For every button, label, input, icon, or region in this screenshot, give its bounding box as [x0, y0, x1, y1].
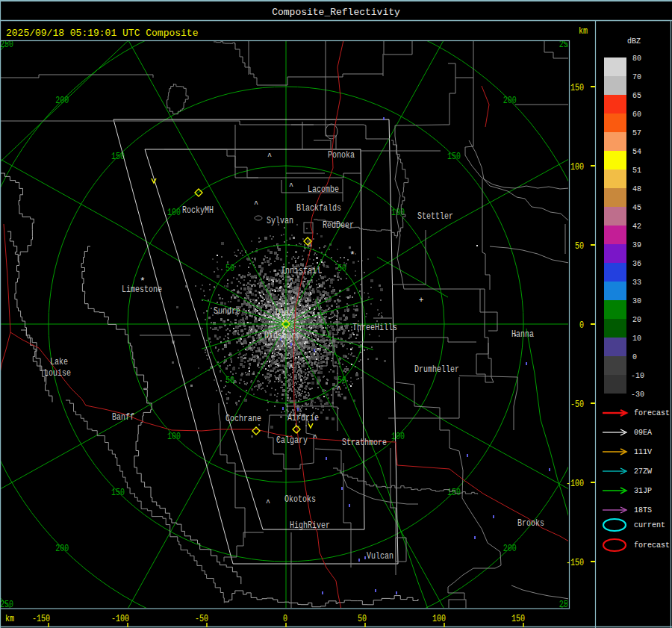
svg-text:31JP: 31JP: [634, 486, 652, 495]
svg-text:0: 0: [283, 613, 287, 624]
svg-text:36: 36: [632, 259, 641, 268]
svg-text:70: 70: [632, 72, 641, 81]
svg-text:Stettler: Stettler: [417, 211, 453, 222]
svg-text:27ZW: 27ZW: [634, 467, 652, 476]
svg-text:Lake: Lake: [50, 356, 68, 367]
svg-text:60: 60: [632, 110, 641, 119]
svg-text:^: ^: [313, 434, 317, 442]
svg-text:Hanna: Hanna: [511, 329, 534, 340]
svg-text:*: *: [349, 249, 355, 261]
svg-text:80: 80: [632, 54, 641, 63]
svg-text:200: 200: [55, 95, 69, 106]
svg-text:Louise: Louise: [44, 367, 71, 379]
svg-text:^: ^: [267, 152, 272, 161]
svg-text:current: current: [634, 520, 665, 529]
svg-text:100: 100: [391, 431, 405, 442]
svg-text:-10: -10: [631, 371, 644, 380]
svg-text:150: 150: [511, 613, 525, 624]
svg-text:Sylvan: Sylvan: [267, 215, 293, 226]
svg-text:dBZ: dBZ: [627, 37, 641, 46]
svg-text:Blackfalds: Blackfalds: [296, 202, 341, 214]
svg-text:111V: 111V: [634, 447, 652, 456]
svg-text:20: 20: [632, 315, 641, 324]
svg-text:^: ^: [266, 499, 270, 507]
svg-text:100: 100: [570, 161, 584, 172]
svg-text:150: 150: [570, 82, 584, 93]
svg-text:57: 57: [632, 128, 641, 137]
svg-text:Didsbury: Didsbury: [264, 330, 300, 341]
svg-text:45: 45: [632, 203, 641, 212]
svg-text:-50: -50: [570, 399, 584, 410]
svg-text:^: ^: [254, 200, 258, 208]
svg-text:-50: -50: [195, 613, 208, 624]
svg-text:50: 50: [337, 263, 346, 274]
svg-text:Sundre: Sundre: [214, 305, 240, 317]
svg-text:-100: -100: [566, 478, 584, 489]
svg-text:48: 48: [632, 184, 641, 193]
svg-text:Cochrane: Cochrane: [225, 413, 261, 424]
svg-text:0: 0: [632, 352, 637, 361]
svg-text:ThreeHills: ThreeHills: [352, 322, 397, 333]
svg-text:+: +: [419, 296, 424, 305]
svg-text:200: 200: [503, 95, 517, 106]
svg-text:Ponoka: Ponoka: [328, 149, 355, 161]
svg-text:100: 100: [432, 613, 446, 624]
svg-text:-150: -150: [566, 557, 584, 568]
svg-text:-150: -150: [32, 613, 50, 624]
svg-text:Okotoks: Okotoks: [284, 494, 316, 505]
svg-text:km: km: [5, 613, 14, 624]
svg-text:-30: -30: [631, 390, 644, 399]
svg-text:^: ^: [289, 182, 293, 190]
svg-text:150: 150: [111, 487, 125, 498]
svg-text:^: ^: [289, 364, 293, 372]
svg-text:0: 0: [579, 320, 584, 331]
svg-text:150: 150: [447, 487, 461, 498]
svg-text:RedDeer: RedDeer: [323, 220, 354, 231]
svg-text:Banff: Banff: [112, 411, 134, 423]
svg-text:09EA: 09EA: [634, 428, 652, 437]
svg-text:Strathmore: Strathmore: [342, 437, 387, 448]
svg-text:42: 42: [632, 222, 641, 231]
svg-text:Limestone: Limestone: [122, 284, 162, 295]
svg-text:50: 50: [225, 263, 234, 274]
svg-text:Vulcan: Vulcan: [367, 550, 393, 562]
svg-text:Innisfail: Innisfail: [281, 265, 321, 276]
svg-text:200: 200: [55, 543, 69, 554]
svg-text:65: 65: [632, 91, 641, 100]
svg-text:Brooks: Brooks: [517, 517, 544, 529]
svg-text:30: 30: [632, 296, 641, 305]
svg-text:Airdrie: Airdrie: [287, 412, 319, 423]
svg-text:Drumheller: Drumheller: [414, 364, 459, 375]
svg-text:Olds: Olds: [276, 307, 293, 318]
svg-text:100: 100: [167, 431, 181, 442]
svg-text:200: 200: [503, 543, 517, 554]
svg-text:^: ^: [281, 342, 286, 350]
svg-text:^: ^: [337, 385, 341, 394]
svg-text:51: 51: [632, 166, 641, 175]
svg-text:Calgary: Calgary: [276, 435, 308, 446]
svg-text:50: 50: [358, 613, 367, 624]
svg-text:150: 150: [447, 151, 461, 162]
svg-text:50: 50: [575, 240, 584, 252]
svg-text:39: 39: [632, 240, 641, 249]
svg-text:Lacombe: Lacombe: [308, 184, 339, 195]
svg-text:Composite_Reflectivity: Composite_Reflectivity: [272, 7, 400, 18]
svg-text:100: 100: [167, 207, 181, 218]
svg-text:10: 10: [632, 334, 641, 343]
svg-text:54: 54: [632, 147, 641, 156]
svg-text:^: ^: [289, 277, 293, 285]
svg-text:forecast: forecast: [634, 541, 670, 550]
svg-text:33: 33: [632, 278, 641, 287]
svg-text:2025/09/18 05:19:01 UTC Compos: 2025/09/18 05:19:01 UTC Composite: [6, 28, 198, 39]
svg-text:18TS: 18TS: [634, 506, 652, 514]
svg-text:-100: -100: [111, 613, 129, 624]
svg-text:50: 50: [337, 375, 346, 386]
svg-text:RockyMH: RockyMH: [182, 205, 214, 216]
svg-text:50: 50: [225, 375, 234, 386]
svg-text:km: km: [579, 25, 588, 37]
svg-text:HighRiver: HighRiver: [290, 520, 330, 531]
svg-text:forecast: forecast: [634, 408, 670, 417]
